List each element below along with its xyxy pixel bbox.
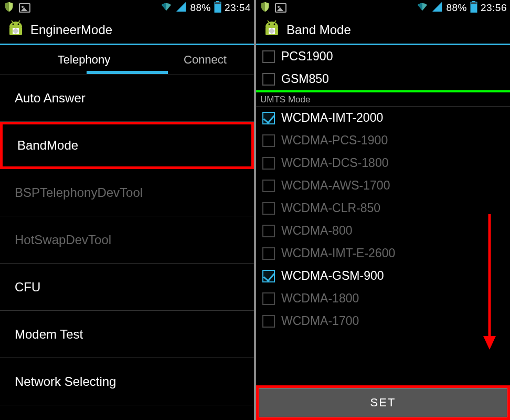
checkbox: [262, 202, 275, 215]
list-item[interactable]: Network Selecting: [0, 358, 254, 405]
svg-point-13: [269, 23, 270, 25]
menu-list[interactable]: Auto AnswerBandModeBSPTelephonyDevToolHo…: [0, 75, 254, 420]
band-item: WCDMA-1800: [256, 287, 510, 310]
svg-line-15: [268, 20, 269, 23]
band-item: WCDMA-DCS-1800: [256, 152, 510, 174]
band-item-label: WCDMA-1700: [281, 314, 359, 328]
tab-bar: Telephony Connect: [0, 45, 254, 75]
band-item[interactable]: WCDMA-IMT-2000: [256, 107, 510, 129]
list-item-label: BandMode: [17, 138, 78, 153]
band-item-label: WCDMA-IMT-2000: [281, 111, 383, 125]
list-item-label: HotSwapDevTool: [15, 233, 111, 247]
list-item-label: Network Selecting: [15, 374, 116, 389]
band-list-umts: WCDMA-IMT-2000WCDMA-PCS-1900WCDMA-DCS-18…: [256, 107, 510, 385]
band-item-label: WCDMA-CLR-850: [281, 201, 380, 215]
svg-line-7: [18, 20, 20, 23]
band-item: WCDMA-IMT-E-2600: [256, 242, 510, 265]
band-item-label: WCDMA-GSM-900: [281, 269, 384, 283]
band-item-label: WCDMA-1800: [281, 291, 359, 306]
band-item[interactable]: GSM850: [256, 68, 510, 90]
svg-rect-11: [471, 4, 477, 13]
checkbox: [262, 180, 275, 192]
svg-line-16: [274, 20, 276, 23]
list-item-label: Modem Test: [15, 327, 83, 342]
checkbox[interactable]: [262, 112, 275, 124]
section-header-umts: UMTS Mode: [256, 92, 510, 107]
page-title: Band Mode: [286, 23, 351, 37]
band-item-label: WCDMA-DCS-1800: [281, 156, 388, 170]
list-item: BSPTelephonyDevTool: [0, 169, 254, 216]
band-item[interactable]: WCDMA-GSM-900: [256, 265, 510, 287]
tab-connectivity[interactable]: Connect: [168, 45, 254, 74]
status-bar: 88% 23:56: [256, 0, 510, 16]
action-bar: Band Mode: [256, 16, 510, 45]
battery-icon: [214, 1, 221, 15]
wifi-icon: [417, 1, 428, 15]
checkbox: [262, 157, 275, 170]
wifi-icon: [161, 1, 172, 15]
android-icon: [6, 19, 25, 40]
action-bar: EngineerMode: [0, 16, 254, 45]
list-item[interactable]: CFU: [0, 264, 254, 311]
band-item-label: WCDMA-800: [281, 224, 352, 238]
signal-icon: [175, 1, 187, 15]
checkbox[interactable]: [262, 50, 275, 63]
svg-point-14: [274, 23, 275, 25]
checkbox: [262, 292, 275, 305]
checkbox: [262, 134, 275, 147]
tab-telephony[interactable]: Telephony: [0, 45, 168, 74]
list-item-label: Auto Answer: [15, 91, 86, 106]
signal-icon: [431, 1, 443, 15]
tab-indicator: [87, 71, 168, 74]
set-button[interactable]: SET: [259, 388, 507, 417]
screen-band-mode: 88% 23:56 Band Mode PCS1900GSM850 UMTS M…: [256, 0, 510, 420]
band-item: WCDMA-PCS-1900: [256, 129, 510, 152]
battery-percentage: 88%: [446, 2, 467, 14]
picture-icon: [275, 3, 286, 13]
list-item[interactable]: Auto Answer: [0, 75, 254, 122]
band-list-gsm: PCS1900GSM850: [256, 45, 510, 90]
band-item-label: GSM850: [281, 72, 329, 86]
list-item-label: CFU: [15, 280, 40, 295]
svg-point-4: [13, 23, 14, 25]
tab-label: Connect: [184, 53, 227, 67]
list-item: HotSwapDevTool: [0, 216, 254, 264]
band-item-label: WCDMA-PCS-1900: [281, 133, 388, 148]
svg-point-5: [18, 23, 19, 25]
band-item: WCDMA-1700: [256, 310, 510, 332]
band-item: WCDMA-AWS-1700: [256, 174, 510, 197]
set-button-label: SET: [370, 396, 396, 410]
shield-icon: [259, 1, 271, 15]
band-item-label: PCS1900: [281, 49, 333, 64]
picture-icon: [19, 3, 30, 13]
svg-line-6: [12, 20, 13, 23]
list-item[interactable]: BandMode: [0, 122, 254, 169]
list-item-label: BSPTelephonyDevTool: [15, 185, 143, 200]
checkbox[interactable]: [262, 270, 275, 282]
checkbox: [262, 225, 275, 237]
battery-icon: [470, 1, 477, 15]
screen-engineer-mode: 88% 23:54 EngineerMode Telephony C: [0, 0, 254, 420]
svg-rect-2: [215, 4, 221, 13]
band-item: WCDMA-800: [256, 219, 510, 242]
shield-icon: [3, 1, 15, 15]
status-bar: 88% 23:54: [0, 0, 254, 16]
checkbox: [262, 247, 275, 260]
set-button-highlight: SET: [256, 385, 510, 420]
page-title: EngineerMode: [30, 23, 112, 37]
list-item[interactable]: Modem Test: [0, 311, 254, 358]
tab-label: Telephony: [58, 53, 110, 67]
android-icon: [262, 19, 281, 40]
clock: 23:56: [481, 2, 507, 14]
band-item-label: WCDMA-AWS-1700: [281, 178, 390, 193]
checkbox[interactable]: [262, 73, 275, 86]
band-item: WCDMA-CLR-850: [256, 197, 510, 219]
clock: 23:54: [225, 2, 251, 14]
band-item[interactable]: PCS1900: [256, 45, 510, 68]
checkbox: [262, 315, 275, 328]
band-item-label: WCDMA-IMT-E-2600: [281, 246, 395, 260]
battery-percentage: 88%: [190, 2, 211, 14]
